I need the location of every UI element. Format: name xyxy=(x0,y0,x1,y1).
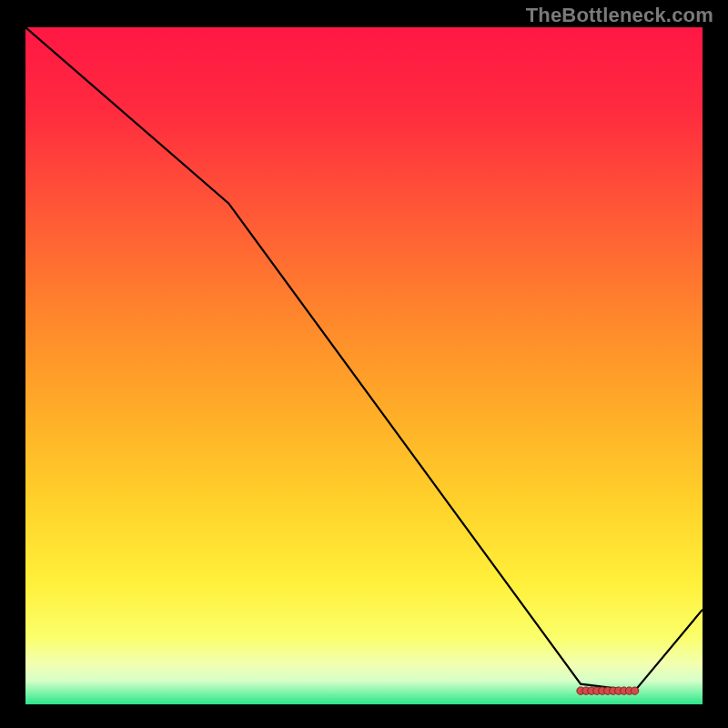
plot-area xyxy=(25,27,703,704)
chart-stage: TheBottleneck.com xyxy=(0,0,728,728)
optimal-range-markers xyxy=(577,687,639,694)
gradient-background xyxy=(25,27,703,704)
attribution-label: TheBottleneck.com xyxy=(526,4,713,27)
marker-point xyxy=(631,687,638,694)
chart-svg xyxy=(25,27,703,704)
